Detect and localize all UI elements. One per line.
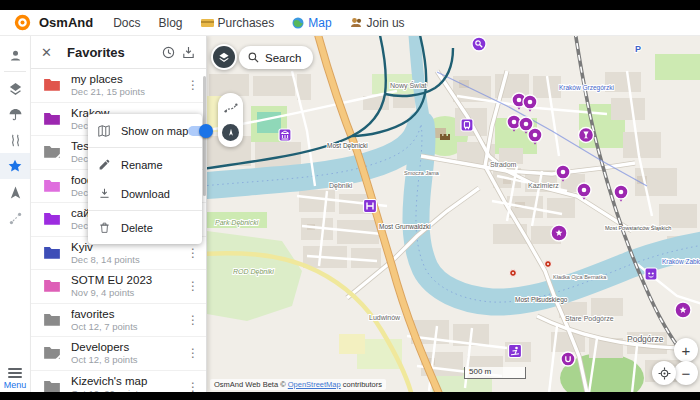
sidebar-item-configure-map[interactable] bbox=[0, 75, 30, 101]
folder-icon bbox=[43, 77, 61, 93]
panel-title: Favorites bbox=[67, 45, 158, 60]
star-pin bbox=[675, 302, 691, 318]
plan-route-icon bbox=[8, 211, 23, 226]
sidebar-item-favorites[interactable] bbox=[0, 153, 30, 179]
folder-icon bbox=[43, 345, 61, 361]
nav-link-purchases[interactable]: Purchases bbox=[201, 16, 275, 30]
folder-meta: Dec 21, 15 points bbox=[71, 86, 184, 97]
menu-divider bbox=[88, 147, 202, 148]
import-icon[interactable] bbox=[178, 42, 198, 62]
folder-icon bbox=[43, 245, 61, 261]
close-icon[interactable]: ✕ bbox=[41, 45, 57, 60]
map-label: Nowy Świat bbox=[390, 81, 427, 90]
plan-route-button[interactable] bbox=[222, 99, 240, 117]
poi-tram-icon[interactable] bbox=[461, 119, 473, 131]
kebab-menu-icon[interactable]: ⋮ bbox=[184, 380, 202, 392]
map-label: Kraków Zabłocie bbox=[662, 258, 700, 265]
folder-icon bbox=[43, 111, 61, 127]
nav-link-docs[interactable]: Docs bbox=[113, 16, 140, 30]
top-navbar: OsmAnd Docs Blog Purchases Map Join us bbox=[0, 10, 700, 36]
brand-title: OsmAnd bbox=[39, 15, 93, 30]
nav-link-blog[interactable]: Blog bbox=[159, 16, 183, 30]
left-icon-rail: Menu bbox=[0, 36, 31, 392]
map-tiles: Nowy Świat Most Dębnicki Dębniki Smocza … bbox=[207, 36, 700, 392]
folder-meta: Oct 12, 7 points bbox=[71, 321, 184, 332]
list-item[interactable]: Developers Oct 12, 8 points ⋮ bbox=[31, 337, 206, 371]
poi-ski-icon[interactable] bbox=[509, 345, 522, 358]
poi-hostel-icon[interactable] bbox=[364, 200, 377, 213]
menu-label[interactable]: Menu bbox=[0, 380, 30, 390]
folder-meta: Dec 8, 14 points bbox=[71, 254, 184, 265]
target-icon bbox=[657, 366, 672, 381]
map-search-button[interactable]: Search bbox=[239, 46, 313, 69]
kebab-menu-icon[interactable]: ⋮ bbox=[184, 313, 202, 327]
folder-icon bbox=[43, 144, 61, 160]
menu-item-delete[interactable]: Delete bbox=[88, 213, 202, 242]
sidebar-item-navigation[interactable] bbox=[0, 179, 30, 205]
map-label: Stare Podgórze bbox=[565, 315, 614, 323]
folder-context-menu: Show on map Rename Download Delete bbox=[88, 114, 202, 244]
map-globe-icon bbox=[292, 17, 304, 29]
menu-item-rename[interactable]: Rename bbox=[88, 150, 202, 179]
poi-search-pin[interactable] bbox=[472, 37, 486, 51]
hamburger-menu-icon[interactable] bbox=[8, 368, 22, 378]
kebab-menu-icon[interactable]: ⋮ bbox=[184, 279, 202, 293]
wine-pin bbox=[579, 128, 594, 143]
star-icon bbox=[7, 158, 23, 174]
openstreetmap-link[interactable]: OpenStreetMap bbox=[288, 380, 341, 389]
map-canvas[interactable]: Nowy Świat Most Dębnicki Dębniki Smocza … bbox=[207, 36, 700, 392]
kebab-menu-icon[interactable]: ⋮ bbox=[184, 78, 202, 92]
map-label: Most Powstańców Śląskich bbox=[605, 224, 671, 231]
map-label: Park Dębnicki bbox=[215, 219, 259, 227]
history-icon[interactable] bbox=[158, 42, 178, 62]
list-item[interactable]: SOTM EU 2023 Nov 9, 4 points ⋮ bbox=[31, 270, 206, 304]
nav-link-map[interactable]: Map bbox=[292, 16, 331, 30]
account-icon bbox=[8, 48, 23, 63]
map-attribution: OsmAnd Web Beta © OpenStreetMap contribu… bbox=[210, 379, 386, 390]
folder-name: favorites bbox=[71, 308, 184, 320]
compass-button[interactable] bbox=[222, 124, 239, 141]
zoom-in-button[interactable]: + bbox=[674, 338, 698, 362]
map-label: Kraków Grzegórzki bbox=[559, 84, 614, 92]
poi-theatre-icon[interactable] bbox=[645, 268, 657, 280]
rename-pencil-icon bbox=[96, 157, 112, 173]
menu-item-show-on-map[interactable]: Show on map bbox=[88, 116, 202, 145]
locate-button[interactable] bbox=[652, 361, 676, 385]
umbrella-icon bbox=[8, 107, 23, 122]
sidebar-item-tracks[interactable] bbox=[0, 127, 30, 153]
tracks-icon bbox=[8, 133, 23, 148]
osmand-web-app: OsmAnd Docs Blog Purchases Map Join us bbox=[0, 10, 700, 392]
folder-icon bbox=[43, 178, 61, 194]
list-item[interactable]: favorites Oct 12, 7 points ⋮ bbox=[31, 304, 206, 338]
folder-icon bbox=[43, 379, 61, 392]
u-pin bbox=[561, 352, 575, 366]
kebab-menu-icon[interactable]: ⋮ bbox=[184, 246, 202, 260]
folder-icon bbox=[43, 278, 61, 294]
hidden-eye-icon bbox=[53, 152, 63, 162]
poi-museum-icon[interactable] bbox=[279, 129, 291, 141]
map-layers-button[interactable] bbox=[211, 44, 237, 70]
parking-label: P bbox=[635, 44, 641, 54]
map-tools-panel bbox=[218, 93, 243, 147]
show-on-map-toggle[interactable] bbox=[188, 126, 212, 136]
zoom-out-button[interactable]: − bbox=[674, 361, 698, 385]
menu-divider bbox=[88, 210, 202, 211]
folder-name: SOTM EU 2023 bbox=[71, 274, 184, 286]
navigation-icon bbox=[8, 185, 23, 200]
folder-meta: Nov 9, 4 points bbox=[71, 287, 184, 298]
nav-link-join-us[interactable]: Join us bbox=[350, 16, 405, 30]
sidebar-item-plan-route[interactable] bbox=[0, 205, 30, 231]
list-item[interactable]: my places Dec 21, 15 points ⋮ bbox=[31, 69, 206, 103]
rail-divider bbox=[4, 71, 26, 72]
sidebar-item-weather[interactable] bbox=[0, 101, 30, 127]
purchases-card-icon bbox=[201, 18, 214, 28]
list-item[interactable]: Kizevich's map Oct 10, 20 points ⋮ bbox=[31, 371, 206, 393]
sidebar-item-account[interactable] bbox=[0, 42, 30, 68]
delete-trash-icon bbox=[96, 220, 112, 236]
folder-name: Kizevich's map bbox=[71, 375, 184, 387]
kebab-menu-icon[interactable]: ⋮ bbox=[184, 346, 202, 360]
folder-icon bbox=[43, 211, 61, 227]
map-label: Kazimierz bbox=[528, 182, 559, 189]
menu-item-download[interactable]: Download bbox=[88, 179, 202, 208]
hidden-eye-icon bbox=[53, 353, 63, 363]
